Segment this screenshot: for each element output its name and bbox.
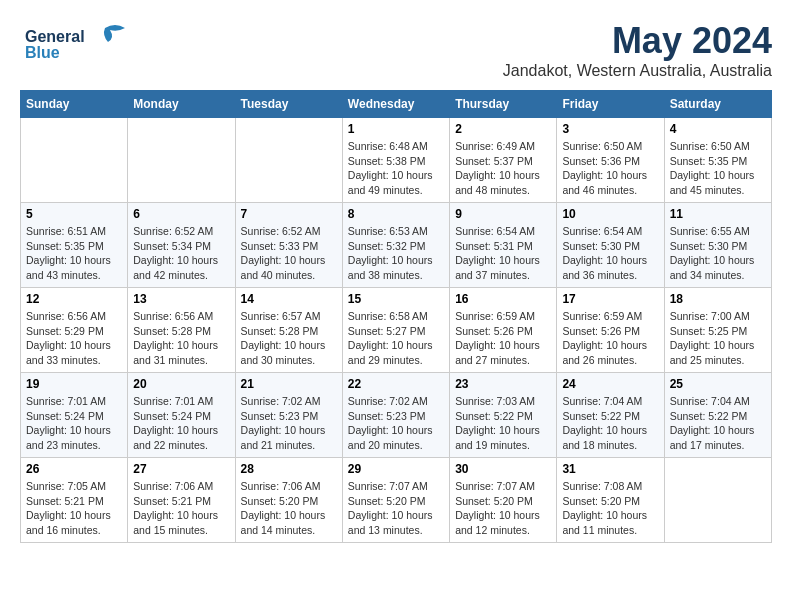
day-number: 17	[562, 292, 658, 306]
month-title: May 2024	[503, 20, 772, 62]
calendar-cell: 18Sunrise: 7:00 AM Sunset: 5:25 PM Dayli…	[664, 288, 771, 373]
weekday-header: Friday	[557, 91, 664, 118]
day-number: 3	[562, 122, 658, 136]
day-info: Sunrise: 6:48 AM Sunset: 5:38 PM Dayligh…	[348, 139, 444, 198]
calendar-cell: 2Sunrise: 6:49 AM Sunset: 5:37 PM Daylig…	[450, 118, 557, 203]
calendar-cell	[128, 118, 235, 203]
day-info: Sunrise: 6:54 AM Sunset: 5:31 PM Dayligh…	[455, 224, 551, 283]
day-info: Sunrise: 6:59 AM Sunset: 5:26 PM Dayligh…	[562, 309, 658, 368]
svg-text:General: General	[25, 28, 85, 45]
calendar-week-row: 5Sunrise: 6:51 AM Sunset: 5:35 PM Daylig…	[21, 203, 772, 288]
calendar-cell: 4Sunrise: 6:50 AM Sunset: 5:35 PM Daylig…	[664, 118, 771, 203]
day-info: Sunrise: 7:06 AM Sunset: 5:20 PM Dayligh…	[241, 479, 337, 538]
title-block: May 2024 Jandakot, Western Australia, Au…	[503, 20, 772, 80]
calendar-cell: 13Sunrise: 6:56 AM Sunset: 5:28 PM Dayli…	[128, 288, 235, 373]
day-number: 23	[455, 377, 551, 391]
logo: General Blue	[20, 20, 140, 69]
day-number: 9	[455, 207, 551, 221]
day-number: 2	[455, 122, 551, 136]
day-number: 18	[670, 292, 766, 306]
day-info: Sunrise: 7:01 AM Sunset: 5:24 PM Dayligh…	[133, 394, 229, 453]
logo-text: General Blue	[20, 20, 140, 69]
weekday-header: Thursday	[450, 91, 557, 118]
day-number: 15	[348, 292, 444, 306]
calendar-cell: 6Sunrise: 6:52 AM Sunset: 5:34 PM Daylig…	[128, 203, 235, 288]
day-info: Sunrise: 6:52 AM Sunset: 5:34 PM Dayligh…	[133, 224, 229, 283]
day-number: 11	[670, 207, 766, 221]
day-info: Sunrise: 7:01 AM Sunset: 5:24 PM Dayligh…	[26, 394, 122, 453]
day-info: Sunrise: 6:54 AM Sunset: 5:30 PM Dayligh…	[562, 224, 658, 283]
day-info: Sunrise: 7:07 AM Sunset: 5:20 PM Dayligh…	[348, 479, 444, 538]
day-info: Sunrise: 6:51 AM Sunset: 5:35 PM Dayligh…	[26, 224, 122, 283]
day-info: Sunrise: 7:04 AM Sunset: 5:22 PM Dayligh…	[670, 394, 766, 453]
day-info: Sunrise: 7:02 AM Sunset: 5:23 PM Dayligh…	[241, 394, 337, 453]
calendar-cell: 17Sunrise: 6:59 AM Sunset: 5:26 PM Dayli…	[557, 288, 664, 373]
day-info: Sunrise: 6:59 AM Sunset: 5:26 PM Dayligh…	[455, 309, 551, 368]
day-number: 13	[133, 292, 229, 306]
day-number: 28	[241, 462, 337, 476]
day-info: Sunrise: 7:04 AM Sunset: 5:22 PM Dayligh…	[562, 394, 658, 453]
weekday-header: Saturday	[664, 91, 771, 118]
day-number: 8	[348, 207, 444, 221]
day-number: 29	[348, 462, 444, 476]
day-number: 12	[26, 292, 122, 306]
calendar-cell	[235, 118, 342, 203]
day-info: Sunrise: 6:57 AM Sunset: 5:28 PM Dayligh…	[241, 309, 337, 368]
calendar-cell: 8Sunrise: 6:53 AM Sunset: 5:32 PM Daylig…	[342, 203, 449, 288]
page-header: General Blue May 2024 Jandakot, Western …	[20, 20, 772, 80]
day-info: Sunrise: 6:53 AM Sunset: 5:32 PM Dayligh…	[348, 224, 444, 283]
calendar-cell: 22Sunrise: 7:02 AM Sunset: 5:23 PM Dayli…	[342, 373, 449, 458]
calendar-cell	[21, 118, 128, 203]
day-number: 24	[562, 377, 658, 391]
calendar-week-row: 12Sunrise: 6:56 AM Sunset: 5:29 PM Dayli…	[21, 288, 772, 373]
day-info: Sunrise: 6:52 AM Sunset: 5:33 PM Dayligh…	[241, 224, 337, 283]
calendar-cell: 23Sunrise: 7:03 AM Sunset: 5:22 PM Dayli…	[450, 373, 557, 458]
calendar-cell: 30Sunrise: 7:07 AM Sunset: 5:20 PM Dayli…	[450, 458, 557, 543]
calendar-cell: 25Sunrise: 7:04 AM Sunset: 5:22 PM Dayli…	[664, 373, 771, 458]
day-number: 16	[455, 292, 551, 306]
day-info: Sunrise: 7:07 AM Sunset: 5:20 PM Dayligh…	[455, 479, 551, 538]
day-info: Sunrise: 7:02 AM Sunset: 5:23 PM Dayligh…	[348, 394, 444, 453]
day-info: Sunrise: 7:03 AM Sunset: 5:22 PM Dayligh…	[455, 394, 551, 453]
calendar-cell: 20Sunrise: 7:01 AM Sunset: 5:24 PM Dayli…	[128, 373, 235, 458]
day-number: 26	[26, 462, 122, 476]
calendar-cell: 26Sunrise: 7:05 AM Sunset: 5:21 PM Dayli…	[21, 458, 128, 543]
calendar-cell: 15Sunrise: 6:58 AM Sunset: 5:27 PM Dayli…	[342, 288, 449, 373]
calendar-header-row: SundayMondayTuesdayWednesdayThursdayFrid…	[21, 91, 772, 118]
calendar-cell: 9Sunrise: 6:54 AM Sunset: 5:31 PM Daylig…	[450, 203, 557, 288]
day-info: Sunrise: 7:05 AM Sunset: 5:21 PM Dayligh…	[26, 479, 122, 538]
weekday-header: Monday	[128, 91, 235, 118]
calendar-cell: 1Sunrise: 6:48 AM Sunset: 5:38 PM Daylig…	[342, 118, 449, 203]
calendar-cell: 7Sunrise: 6:52 AM Sunset: 5:33 PM Daylig…	[235, 203, 342, 288]
day-info: Sunrise: 6:56 AM Sunset: 5:28 PM Dayligh…	[133, 309, 229, 368]
location: Jandakot, Western Australia, Australia	[503, 62, 772, 80]
day-number: 7	[241, 207, 337, 221]
day-number: 20	[133, 377, 229, 391]
day-number: 14	[241, 292, 337, 306]
calendar-cell: 29Sunrise: 7:07 AM Sunset: 5:20 PM Dayli…	[342, 458, 449, 543]
weekday-header: Wednesday	[342, 91, 449, 118]
calendar-cell: 10Sunrise: 6:54 AM Sunset: 5:30 PM Dayli…	[557, 203, 664, 288]
day-info: Sunrise: 7:00 AM Sunset: 5:25 PM Dayligh…	[670, 309, 766, 368]
day-info: Sunrise: 6:50 AM Sunset: 5:35 PM Dayligh…	[670, 139, 766, 198]
calendar-cell: 14Sunrise: 6:57 AM Sunset: 5:28 PM Dayli…	[235, 288, 342, 373]
day-number: 30	[455, 462, 551, 476]
weekday-header: Sunday	[21, 91, 128, 118]
day-info: Sunrise: 6:49 AM Sunset: 5:37 PM Dayligh…	[455, 139, 551, 198]
day-info: Sunrise: 6:56 AM Sunset: 5:29 PM Dayligh…	[26, 309, 122, 368]
calendar-cell: 3Sunrise: 6:50 AM Sunset: 5:36 PM Daylig…	[557, 118, 664, 203]
day-number: 1	[348, 122, 444, 136]
day-number: 31	[562, 462, 658, 476]
day-number: 25	[670, 377, 766, 391]
day-info: Sunrise: 6:50 AM Sunset: 5:36 PM Dayligh…	[562, 139, 658, 198]
calendar-cell: 5Sunrise: 6:51 AM Sunset: 5:35 PM Daylig…	[21, 203, 128, 288]
calendar-cell: 24Sunrise: 7:04 AM Sunset: 5:22 PM Dayli…	[557, 373, 664, 458]
calendar-week-row: 1Sunrise: 6:48 AM Sunset: 5:38 PM Daylig…	[21, 118, 772, 203]
calendar-week-row: 19Sunrise: 7:01 AM Sunset: 5:24 PM Dayli…	[21, 373, 772, 458]
calendar-cell: 27Sunrise: 7:06 AM Sunset: 5:21 PM Dayli…	[128, 458, 235, 543]
calendar-week-row: 26Sunrise: 7:05 AM Sunset: 5:21 PM Dayli…	[21, 458, 772, 543]
calendar-cell: 31Sunrise: 7:08 AM Sunset: 5:20 PM Dayli…	[557, 458, 664, 543]
day-info: Sunrise: 7:06 AM Sunset: 5:21 PM Dayligh…	[133, 479, 229, 538]
day-number: 22	[348, 377, 444, 391]
day-info: Sunrise: 6:58 AM Sunset: 5:27 PM Dayligh…	[348, 309, 444, 368]
